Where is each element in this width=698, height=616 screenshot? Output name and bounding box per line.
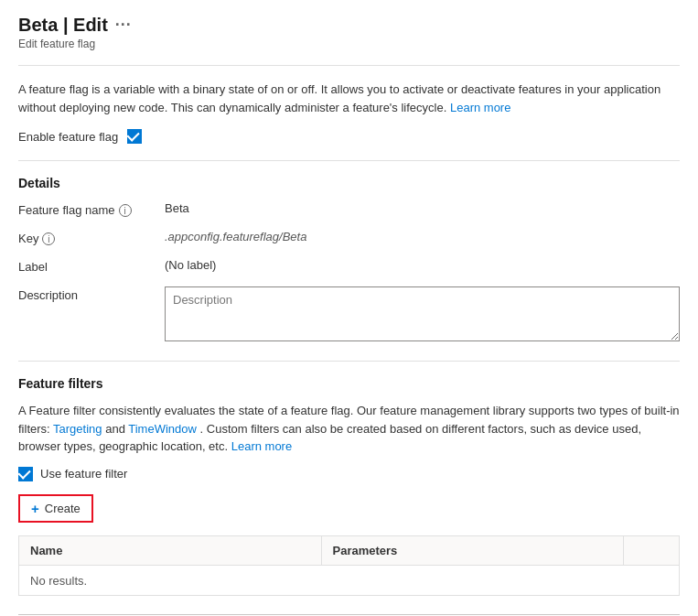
page-title: Beta | Edit [18,15,108,36]
targeting-highlight: Targeting [53,422,102,436]
create-button[interactable]: + Create [18,494,93,523]
ellipsis-menu[interactable]: ··· [115,16,132,35]
no-results-text: No results. [30,574,87,588]
learn-more-link-filters[interactable]: Learn more [231,439,292,453]
table-header: Name Parameters [19,536,679,566]
feature-flag-name-label: Feature flag name i [18,201,165,217]
description-label: Description [18,286,165,344]
create-button-label: Create [45,502,81,515]
enable-feature-flag-checkbox[interactable] [127,129,142,144]
use-filter-row: Use feature filter [18,467,680,481]
description-input[interactable] [165,286,680,341]
key-label: Key i [18,230,165,245]
enable-feature-flag-row: Enable feature flag [18,129,680,144]
key-value: .appconfig.featureflag/Beta [165,230,680,245]
enable-feature-flag-label: Enable feature flag [18,130,118,144]
table-header-parameters: Parameters [322,536,625,565]
table-no-results-row: No results. [19,566,679,595]
page-subtitle: Edit feature flag [18,38,680,50]
page-title-row: Beta | Edit ··· [18,15,680,36]
use-feature-filter-label: Use feature filter [40,467,127,481]
feature-flag-name-value: Beta [165,201,680,217]
filters-table: Name Parameters No results. [18,535,680,596]
feature-flag-name-info-icon[interactable]: i [119,204,132,217]
footer-divider [18,614,680,615]
feature-filters-description: A Feature filter consistently evaluates … [18,402,680,456]
use-feature-filter-checkbox[interactable] [18,467,33,481]
no-results-cell: No results. [19,566,679,595]
details-top-divider [18,160,680,161]
top-divider [18,65,680,66]
table-header-actions [624,536,679,565]
feature-filters-divider [18,361,680,362]
feature-flag-description: A feature flag is a variable with a bina… [18,81,680,116]
feature-filters-section-title: Feature filters [18,376,680,391]
label-label: Label [18,258,165,274]
description-input-wrapper [165,286,680,344]
key-info-icon[interactable]: i [42,232,55,245]
label-value: (No label) [165,258,680,274]
plus-icon: + [31,501,39,516]
learn-more-link-top[interactable]: Learn more [450,101,510,114]
timewindow-highlight: TimeWindow [128,422,197,436]
table-header-name: Name [19,536,322,565]
details-section-title: Details [18,176,680,190]
details-grid: Feature flag name i Beta Key i .appconfi… [18,201,680,344]
